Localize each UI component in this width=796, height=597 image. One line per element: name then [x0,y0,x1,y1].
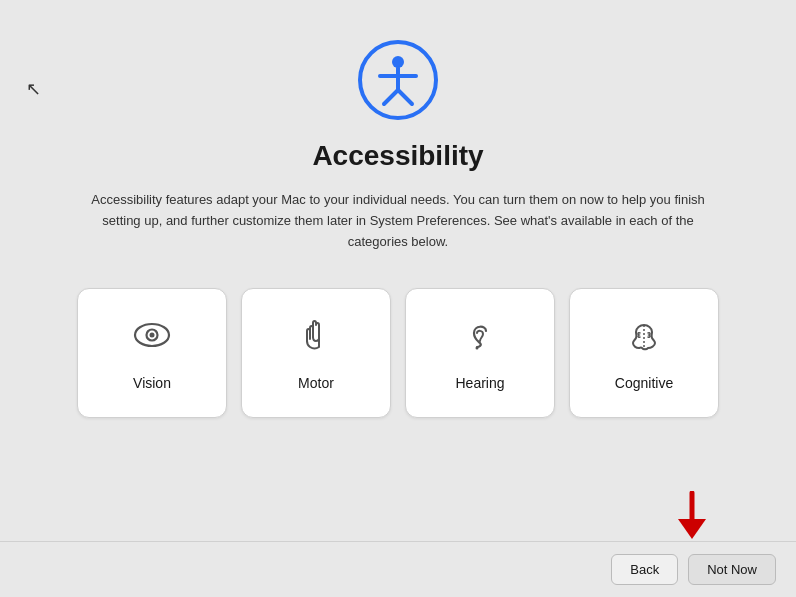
not-now-button[interactable]: Not Now [688,554,776,585]
page-description: Accessibility features adapt your Mac to… [88,190,708,252]
category-card-cognitive[interactable]: Cognitive [569,288,719,418]
category-card-motor[interactable]: Motor [241,288,391,418]
vision-icon [132,315,172,361]
categories-row: Vision Motor [77,288,719,418]
motor-icon [296,315,336,361]
motor-label: Motor [298,375,334,391]
svg-point-8 [150,333,155,338]
arrow-indicator [674,491,710,545]
accessibility-icon [358,40,438,120]
vision-label: Vision [133,375,171,391]
svg-point-9 [476,347,479,350]
svg-line-5 [398,90,412,104]
svg-marker-12 [678,519,706,539]
category-card-vision[interactable]: Vision [77,288,227,418]
svg-line-4 [384,90,398,104]
back-button[interactable]: Back [611,554,678,585]
cognitive-label: Cognitive [615,375,673,391]
main-content: Accessibility Accessibility features ada… [0,0,796,541]
hearing-label: Hearing [455,375,504,391]
hearing-icon [460,315,500,361]
page-title: Accessibility [312,140,483,172]
category-card-hearing[interactable]: Hearing [405,288,555,418]
bottom-bar: Back Not Now [0,541,796,597]
cognitive-icon [624,315,664,361]
